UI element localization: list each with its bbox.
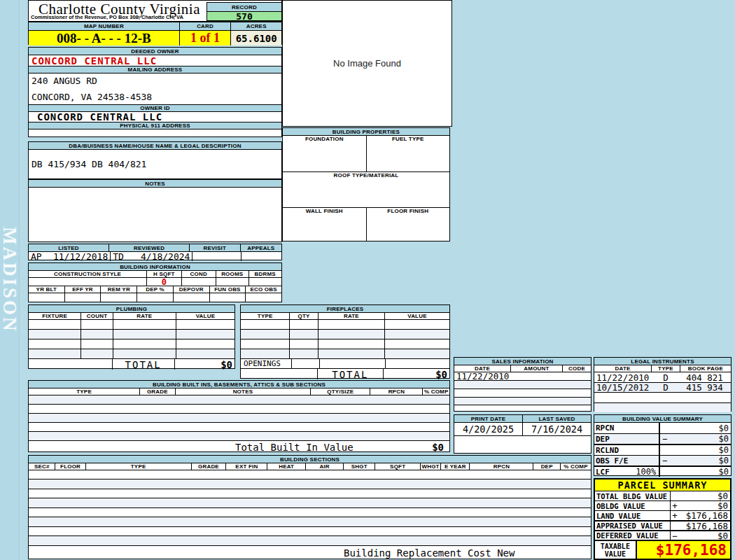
- bs-rpcn-header: RPCN: [469, 463, 533, 470]
- table-row: DEP − $0: [594, 433, 731, 444]
- mailing-address-line2: CONCORD, VA 24538-4538: [31, 92, 152, 102]
- appeals-value: [241, 252, 281, 261]
- last-saved-value: 7/16/2024: [522, 423, 591, 435]
- table-row: OBLDG VALUE + $0: [595, 500, 730, 510]
- table-row: [241, 329, 449, 339]
- property-image-box: No Image Found: [282, 0, 452, 127]
- mailing-address-line1: 240 ANGUS RD: [31, 76, 97, 86]
- bs-sec-header: SEC#: [29, 463, 55, 470]
- fp-qty-header: QTY: [289, 313, 318, 319]
- table-row: 11/22/2010: [454, 372, 591, 380]
- table-row: [29, 470, 591, 479]
- notes-header: NOTES: [29, 180, 281, 187]
- sales-table: SALES INFORMATION DATE AMOUNT CODE 11/22…: [454, 357, 592, 412]
- bs-comp-header: % COMP: [560, 463, 591, 470]
- dep-label: DEP: [594, 434, 659, 444]
- rate-header: RATE: [113, 313, 176, 319]
- table-row: [29, 422, 449, 431]
- table-row: TOTAL BLDG VALUE $0: [595, 491, 730, 500]
- legal-bookpage-header: BOOK PAGE: [680, 365, 731, 372]
- wallfinish-header: WALL FINISH: [283, 208, 366, 214]
- record-label: RECORD: [207, 3, 281, 11]
- page-subtitle: Commissioner of the Revenue, PO Box 308,…: [31, 14, 183, 20]
- lcf-pct: 100%: [636, 467, 659, 477]
- bi-rpcn-header: RPCN: [370, 388, 422, 395]
- dep-pct-header: DEP %: [136, 286, 173, 293]
- table-row: [29, 413, 449, 422]
- bi-qtysize-header: QTY/SIZE: [310, 388, 370, 395]
- county-watermark: MADISON: [0, 227, 20, 333]
- parcel-summary: PARCEL SUMMARY TOTAL BLDG VALUE $0 OBLDG…: [594, 478, 732, 560]
- sales-code-header: CODE: [562, 365, 591, 372]
- remyr-header: REM YR: [100, 286, 136, 293]
- table-row: [29, 395, 449, 404]
- dba-block: DBA/BUISNESS NAME/HOUSE NAME & LEGAL DES…: [28, 141, 282, 179]
- bs-sqft-header: SQFT: [374, 463, 420, 470]
- table-row: [29, 536, 591, 545]
- record-box: RECORD 570: [206, 2, 282, 21]
- appeals-header: APPEALS: [240, 244, 282, 251]
- notes-block: NOTES: [28, 179, 282, 242]
- obldg-value: $0: [718, 501, 730, 510]
- table-row: RCLND $0: [594, 444, 731, 455]
- value-header: VALUE: [176, 313, 234, 319]
- reviewed-header: REVIEWED: [108, 244, 189, 251]
- building-properties-title: BUILDING PROPERTIES: [283, 128, 449, 135]
- left-sidebar: MADISON: [0, 0, 20, 560]
- hsqft-header: H SQFT: [146, 271, 181, 277]
- print-info-table: PRINT DATE LAST SAVED 4/20/2025 7/16/202…: [454, 414, 592, 454]
- land-value: $176,168: [686, 511, 730, 520]
- deeded-owner-header: DEEDED OWNER: [29, 48, 281, 55]
- building-value-summary: BUILDING VALUE SUMMARY RPCN $0 DEP − $0 …: [594, 414, 732, 476]
- fueltype-value: [366, 142, 450, 172]
- cond-value: [181, 278, 216, 286]
- obldg-label: OBLDG VALUE: [595, 501, 670, 510]
- rooftype-header: ROOF TYPE/MATERIAL: [283, 172, 449, 178]
- legal-type-header: TYPE: [651, 365, 680, 372]
- building-information-title: BUILDING INFORMATION: [29, 263, 281, 270]
- bs-heat-header: HEAT: [267, 463, 304, 470]
- print-date-value: 4/20/2025: [454, 423, 522, 435]
- floorfinish-header: FLOOR FINISH: [366, 208, 450, 214]
- taxable-label: TAXABLE VALUE: [595, 541, 636, 559]
- building-information-table: BUILDING INFORMATION CONSTRUCTION STYLE …: [28, 262, 282, 302]
- ecoobs-header: ECO OBS: [245, 286, 281, 293]
- acres-value: 65.6100: [230, 31, 281, 46]
- bs-floor-header: FLOOR: [55, 463, 85, 470]
- plumbing-total-label: TOTAL: [112, 359, 174, 370]
- table-row: [29, 526, 591, 536]
- review-table: LISTED REVIEWED REVISIT APPEALS AP11/12/…: [28, 244, 282, 260]
- table-row: [29, 349, 234, 358]
- table-row: [454, 388, 591, 397]
- appraised-label: APPRAISED VALUE: [595, 522, 670, 530]
- table-row: DEFERRED VALUE − $0: [595, 530, 730, 540]
- fireplaces-title: FIREPLACES: [241, 305, 449, 312]
- building-sections-footer: Building Replacement Cost New: [344, 547, 514, 559]
- bs-air-header: AIR: [305, 463, 343, 470]
- map-number-table: MAP NUMBER CARD ACRES 008- - A- - - 12-B…: [28, 22, 282, 45]
- lcf-label: LCF: [596, 468, 610, 477]
- table-row: [29, 517, 591, 526]
- table-row: [29, 339, 234, 349]
- rooftype-value: [283, 178, 449, 207]
- bs-whgt-header: WHGT: [420, 463, 440, 470]
- rooms-header: ROOMS: [216, 271, 248, 277]
- table-row: LAND VALUE + $176,168: [595, 510, 730, 520]
- plumbing-title: PLUMBING: [29, 305, 234, 312]
- map-number-header: MAP NUMBER: [29, 22, 179, 30]
- hsqft-value: 0: [146, 278, 181, 286]
- table-row: [241, 349, 449, 358]
- bs-grade-header: GRADE: [191, 463, 226, 470]
- bs-type-header: TYPE: [85, 463, 191, 470]
- bi-type-header: TYPE: [29, 388, 139, 395]
- dep-value: $0: [719, 434, 731, 444]
- physical-address-header: PHYSICAL 911 ADDRESS: [29, 122, 281, 129]
- count-header: COUNT: [80, 313, 113, 319]
- obs-value: $0: [719, 456, 731, 465]
- fireplaces-total-value: $0: [383, 369, 449, 379]
- table-row: [454, 405, 591, 412]
- record-value: 570: [207, 11, 281, 20]
- revisit-header: REVISIT: [189, 244, 239, 251]
- table-row: [29, 507, 591, 517]
- bi-notes-header: NOTES: [175, 388, 311, 395]
